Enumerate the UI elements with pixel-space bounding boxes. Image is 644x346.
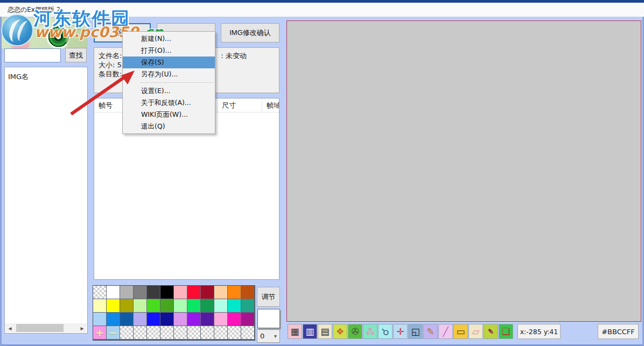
palette-color-swatch[interactable] [214, 286, 227, 299]
img-confirm-button[interactable]: IMG修改确认 [221, 23, 279, 43]
tag-tool-button[interactable]: ❏ [499, 324, 513, 339]
film-strip-icon: ▤ [320, 327, 329, 336]
palette-color-swatch[interactable] [147, 286, 160, 299]
palette-color-swatch[interactable] [160, 286, 173, 299]
img-list-header: IMG名 [8, 72, 29, 82]
palette-color-swatch[interactable] [241, 299, 254, 312]
scrollbar-track[interactable] [15, 323, 78, 333]
color-palette-grid[interactable]: +− [93, 285, 255, 341]
menu-separator [140, 82, 214, 83]
palette-empty-swatch[interactable] [201, 326, 214, 339]
palette-empty-swatch[interactable] [187, 326, 200, 339]
menu-item[interactable]: 新建(N)... [123, 33, 215, 45]
palette-color-swatch[interactable] [147, 299, 160, 312]
palette-color-swatch[interactable] [228, 313, 241, 326]
palette-empty-swatch[interactable] [120, 326, 133, 339]
eraser-icon: ▱ [472, 327, 479, 336]
menu-item[interactable]: 关于和反馈(A)... [123, 97, 215, 109]
palette-color-swatch[interactable] [201, 299, 214, 312]
palette-color-swatch[interactable] [107, 286, 120, 299]
file-status-text: ：未变动 [219, 51, 247, 60]
watermark-logo-icon [1, 14, 33, 46]
scroll-left-icon[interactable]: ◂ [5, 323, 15, 333]
palette-color-swatch[interactable] [187, 286, 200, 299]
frame-table-column-header[interactable]: 帧域 [262, 98, 279, 112]
rectangle-tool-button[interactable]: ▭ [453, 324, 468, 339]
palette-color-swatch[interactable] [201, 313, 214, 326]
movie-camera-tool-button[interactable]: ✇ [348, 324, 362, 339]
dropper-icon: ✒ [485, 326, 496, 337]
palette-color-swatch[interactable] [134, 286, 146, 299]
palette-color-swatch[interactable] [187, 313, 200, 326]
palette-color-swatch[interactable] [134, 313, 146, 326]
palette-color-swatch[interactable] [214, 299, 227, 312]
scrollbar-thumb[interactable] [16, 324, 64, 332]
editor-canvas[interactable] [286, 20, 641, 322]
palette-color-swatch[interactable] [174, 313, 187, 326]
crop-tool-button[interactable]: ◱ [408, 324, 423, 339]
line-tool-button[interactable]: ╱ [438, 324, 453, 339]
palette-color-swatch[interactable] [93, 313, 106, 326]
palette-color-swatch[interactable] [228, 299, 241, 312]
palette-color-swatch[interactable] [120, 299, 133, 312]
search-input[interactable] [4, 48, 61, 62]
palette-color-swatch[interactable] [174, 299, 187, 312]
palette-color-swatch[interactable] [228, 286, 241, 299]
current-color-swatch[interactable] [257, 309, 280, 328]
bottom-toolbar: ▦▥▤❖✇⁂⚲✛◱✎╱▭▱✒❏ [288, 324, 513, 339]
palette-empty-swatch[interactable] [228, 326, 241, 339]
palette-color-swatch[interactable] [120, 313, 133, 326]
img-name-list[interactable]: IMG名 ◂ ▸ [4, 67, 88, 334]
movie-camera-icon: ✇ [351, 327, 359, 336]
adjust-button[interactable]: 调节 [257, 287, 280, 307]
menu-item[interactable]: 保存(S) [123, 57, 215, 68]
palette-color-swatch[interactable] [120, 286, 133, 299]
paw-print-icon: ⁂ [366, 327, 375, 336]
palette-color-swatch[interactable] [134, 299, 146, 312]
palette-color-swatch[interactable] [160, 313, 173, 326]
palette-empty-swatch[interactable] [174, 326, 187, 339]
palette-color-swatch[interactable] [160, 299, 173, 312]
palette-empty-swatch[interactable] [147, 326, 160, 339]
menu-item[interactable]: 打开(O)... [123, 45, 215, 57]
menu-item[interactable]: WIKI页面(W)... [123, 109, 215, 121]
eraser-tool-button[interactable]: ▱ [468, 324, 483, 339]
find-button[interactable]: 查找 [65, 48, 87, 62]
scroll-right-icon[interactable]: ▸ [78, 323, 87, 333]
palette-color-swatch[interactable] [187, 299, 200, 312]
palette-color-swatch[interactable] [107, 313, 120, 326]
palette-remove-button[interactable]: − [107, 326, 120, 339]
palette-color-swatch[interactable] [241, 286, 254, 299]
cat-frames-tool-button[interactable]: ❖ [333, 324, 347, 339]
palette-color-swatch[interactable] [241, 313, 254, 326]
paw-print-tool-button[interactable]: ⁂ [363, 324, 377, 339]
chevron-down-icon: ▾ [274, 333, 277, 339]
frame-table-column-header[interactable]: 尺寸 [218, 98, 262, 112]
boots-add-tool-button[interactable]: ✛ [393, 324, 408, 339]
palette-color-swatch[interactable] [174, 286, 187, 299]
sprite-sheet-tool-button[interactable]: ▦ [288, 324, 302, 339]
film-strip-tool-button[interactable]: ▤ [318, 324, 332, 339]
palette-color-swatch[interactable] [107, 299, 120, 312]
menu-item[interactable]: 设置(E)... [123, 85, 215, 97]
palette-color-swatch[interactable] [147, 313, 160, 326]
rectangle-icon: ▭ [456, 327, 465, 336]
img-list-horizontal-scrollbar[interactable]: ◂ ▸ [5, 323, 87, 333]
palette-add-button[interactable]: + [93, 326, 106, 339]
palette-empty-swatch[interactable] [241, 326, 254, 339]
palette-index-dropdown[interactable]: 0 ▾ [257, 329, 280, 343]
magnifier-tool-button[interactable]: ⚲ [378, 324, 393, 339]
palette-empty-swatch[interactable] [160, 326, 173, 339]
menu-item[interactable]: 退出(Q) [123, 121, 215, 132]
palette-color-swatch[interactable] [214, 313, 227, 326]
palette-color-swatch[interactable] [93, 299, 106, 312]
palette-color-swatch[interactable] [201, 286, 214, 299]
palette-empty-swatch[interactable] [214, 326, 227, 339]
palette-empty-swatch[interactable] [93, 286, 106, 299]
menu-item[interactable]: 另存为(U)... [123, 68, 215, 80]
palette-bars-tool-button[interactable]: ▥ [303, 324, 317, 339]
line-icon: ╱ [443, 327, 448, 336]
dropper-tool-button[interactable]: ✒ [484, 324, 498, 339]
pencil-tool-button[interactable]: ✎ [423, 324, 438, 339]
palette-empty-swatch[interactable] [134, 326, 146, 339]
